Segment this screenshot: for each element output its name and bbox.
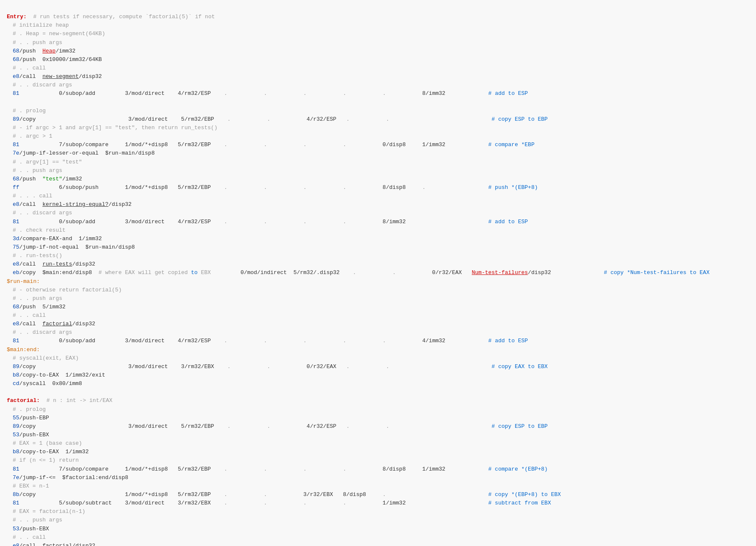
line-23: 81 0/subop/add 3/mod/direct 4/rm32/ESP .… [7,219,528,225]
line-factorial-label: factorial: # n : int -> int/EAX [7,397,113,404]
line-35: # . . discard args [7,329,72,335]
line-48: 81 7/subop/compare 1/mod/*+disp8 5/rm32/… [7,466,548,472]
line-49: 7e/jump-if-<= $factorial:end/disp8 [7,474,128,481]
line-10: # . prolog [7,108,46,114]
line-4: 68/push Heap/imm32 [7,48,75,54]
line-46: b8/copy-to-EAX 1/imm32 [7,449,88,455]
line-2: # . Heap = new-segment(64KB) [7,30,105,37]
line-57: e8/call factorial/disp32 [7,543,95,546]
line-3: # . . push args [7,39,62,46]
line-50: # EBX = n-1 [7,483,49,489]
line-25: 3d/compare-EAX-and 1/imm32 [7,236,102,242]
line-37: # syscall(exit, EAX) [7,355,79,361]
line-33: # . . call [7,312,46,319]
line-34: e8/call factorial/disp32 [7,321,95,327]
line-42: 55/push-EBP [7,415,49,421]
line-26: 75/jump-if-not-equal $run-main/disp8 [7,244,135,250]
line-11: 89/copy 3/mod/direct 5/rm32/EBP . . 4/r3… [7,116,548,122]
line-entry-label: Entry: # run tests if necessary, compute… [7,14,215,20]
line-45: # EAX = 1 (base case) [7,440,82,446]
line-19: ff 6/subop/push 1/mod/*+disp8 5/rm32/EBP… [7,184,538,191]
line-44: 53/push-EBX [7,432,49,438]
line-36: 81 0/subop/add 3/mod/direct 4/rm32/ESP .… [7,338,528,344]
line-51: 8b/copy 1/mod/*+disp8 5/rm32/EBP . . 3/r… [7,491,561,498]
line-40: cd/syscall 0x80/imm8 [7,380,82,387]
line-29: eb/copy $main:end/disp8 # where EAX will… [7,269,709,276]
line-28: e8/call run-tests/disp32 [7,261,95,267]
line-24: # . check result [7,227,66,233]
line-43: 89/copy 3/mod/direct 5/rm32/EBP . . 4/r3… [7,423,548,430]
line-1: # initialize heap [7,22,69,28]
line-39: b8/copy-to-EAX 1/imm32/exit [7,372,105,378]
line-9: 81 0/subop/add 3/mod/direct 4/rm32/ESP .… [7,90,528,97]
line-54: # . . push args [7,517,62,523]
code-viewer: Entry: # run tests if necessary, compute… [7,4,749,546]
line-18: 68/push "test"/imm32 [7,176,82,182]
line-47: # if (n <= 1) return [7,457,79,463]
line-16: # . argv[1] == "test" [7,159,82,165]
line-17: # . . push args [7,167,62,174]
line-5: 68/push 0x10000/imm32/64KB [7,56,102,63]
line-38: 89/copy 3/mod/direct 3/rm32/EBX . . 0/r3… [7,363,548,370]
line-31: # . . push args [7,295,62,302]
line-20: # . . . call [7,193,52,199]
line-12: # - if argc > 1 and argv[1] == "test", t… [7,125,218,131]
line-56: # . . call [7,534,46,540]
line-52: 81 5/subop/subtract 3/mod/direct 3/rm32/… [7,500,551,506]
line-label-main-end: $main:end: [7,346,40,353]
line-label-run-main: $run-main: [7,278,40,285]
line-55: 53/push-EBX [7,526,49,532]
line-7: e8/call new-segment/disp32 [7,73,102,80]
line-6: # . . call [7,65,46,71]
line-32: 68/push 5/imm32 [7,304,66,310]
line-22: # . . discard args [7,210,72,216]
line-53: # EAX = factorial(n-1) [7,508,86,515]
line-8: # . . discard args [7,82,72,88]
line-13: # . argc > 1 [7,133,52,139]
line-41: # . prolog [7,406,46,413]
line-14: 81 7/subop/compare 1/mod/*+disp8 5/rm32/… [7,141,535,148]
line-21: e8/call kernel-string-equal?/disp32 [7,201,132,208]
line-27: # . run-tests() [7,252,62,259]
line-15: 7e/jump-if-lesser-or-equal $run-main/dis… [7,150,155,156]
line-30: # - otherwise return factorial(5) [7,287,121,293]
